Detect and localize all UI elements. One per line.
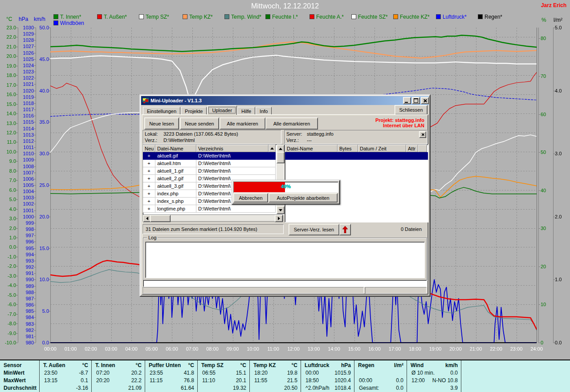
server-column-header-attr[interactable]: Attr xyxy=(406,145,418,152)
value-number: N-NO 10.8 xyxy=(432,377,458,384)
scroll-right-button[interactable] xyxy=(275,215,283,222)
server-verz-lesen-label: Server-Verz. lesen xyxy=(294,227,334,232)
toolbar-button-neue-senden[interactable]: Neue senden xyxy=(180,117,219,129)
close-button[interactable] xyxy=(421,97,429,104)
server-dir: --- xyxy=(307,137,312,143)
value-time: 23:55 xyxy=(149,370,163,376)
statusbar-panel-left xyxy=(142,287,364,294)
summary-column-puffer-unten: Puffer Unten°C23:5541.811:1576.861.64 xyxy=(145,360,198,392)
sensor-name: Luftdruck xyxy=(305,362,329,368)
legend-label: Temp KZ* xyxy=(189,14,213,20)
sort-asc-icon xyxy=(270,147,274,150)
summary-value-row: 11:1576.8 xyxy=(145,376,198,384)
maximize-button[interactable] xyxy=(412,97,420,104)
server-column-header-dateiname[interactable]: Datei-Name xyxy=(285,145,338,152)
file-neu: + xyxy=(143,198,155,205)
tab-einstellungen[interactable]: Einstellungen xyxy=(143,107,180,115)
vscroll-thumb[interactable] xyxy=(277,152,285,163)
server-verz-lesen-button[interactable]: Server-Verz. lesen xyxy=(289,224,339,235)
summary-column-header: LuftdruckhPa xyxy=(301,361,354,369)
page-title: Mittwoch, 12.12.2012 xyxy=(0,2,570,10)
value-time: Ø 10 min. xyxy=(411,370,435,376)
summary-value-row: 21.09 xyxy=(92,384,145,392)
scroll-down-button[interactable] xyxy=(277,206,285,214)
abbrechen-label: Abbrechen xyxy=(239,195,262,201)
file-dir: D:\Wetter\html\ xyxy=(196,152,276,160)
server-panel-close-button[interactable] xyxy=(419,131,426,138)
sensor-unit: l/m² xyxy=(394,362,403,368)
legend-label: Feuchte A.* xyxy=(316,14,344,20)
abbrechen-button[interactable]: Abbrechen xyxy=(233,193,268,202)
file-row[interactable]: +aktuell_1.gifD:\Wetter\html\ xyxy=(143,167,276,175)
value-number: 21.09 xyxy=(128,385,142,391)
summary-value-row: 12:00N-NO 10.8 xyxy=(407,376,461,384)
tab-projekte[interactable]: Projekte xyxy=(181,107,207,115)
schliessen-label: Schliessen xyxy=(399,107,423,113)
weather-app: { "header": {"title": "Mittwoch, 12.12.2… xyxy=(0,0,570,392)
column-header-dateiname[interactable]: Datei-Name xyxy=(155,145,196,152)
tab-uploader[interactable]: Uploader xyxy=(207,105,237,115)
value-time: ^2.0hPa/h xyxy=(305,385,330,391)
autoprojekte-label: AutoProjekte abarbeiten xyxy=(277,195,329,201)
sensor-unit: °C xyxy=(292,362,297,368)
summary-column-header: T. Innen°C xyxy=(92,361,145,369)
window-titlebar[interactable]: Mini-Uploader - V1.1.3 xyxy=(141,96,429,105)
toolbar-button-alle-demarkieren[interactable]: Alle demarkieren xyxy=(265,117,318,129)
column-header-verzeichnis[interactable]: Verzeichnis xyxy=(196,145,269,152)
sensor-unit: km/h xyxy=(445,362,458,368)
summary-value-row: 11:1020.1 xyxy=(198,376,250,384)
upload-button[interactable] xyxy=(339,224,351,235)
toolbar-button-neue-lesen[interactable]: Neue lesen xyxy=(144,117,179,129)
summary-value-row: 20.50 xyxy=(250,384,301,392)
value-number: -8.7 xyxy=(79,370,88,376)
file-row[interactable]: +aktuell.htmD:\Wetter\html\ xyxy=(143,160,276,167)
file-neu: + xyxy=(143,160,155,167)
summary-value-row: Gesamt:0.0 xyxy=(354,384,407,392)
legend-swatch-icon xyxy=(351,14,356,19)
sensor-name: T. Außen xyxy=(43,362,65,368)
file-row[interactable]: +aktuell.gifD:\Wetter\html\ xyxy=(143,152,276,160)
schliessen-button[interactable]: Schliessen xyxy=(395,105,428,115)
maximize-icon xyxy=(414,98,418,103)
file-row[interactable]: +longtime.phpD:\Wetter\html\ xyxy=(143,205,276,213)
sensor-unit: °C xyxy=(188,362,194,368)
tab-info[interactable]: Info xyxy=(256,107,272,115)
column-header-neu[interactable]: Neu xyxy=(143,145,155,152)
minimize-button[interactable] xyxy=(403,97,411,104)
sensor-unit: hPa xyxy=(341,362,351,368)
tab-hilfe[interactable]: Hilfe xyxy=(237,107,255,115)
legend-swatch-icon xyxy=(393,14,398,19)
red-up-arrow-icon xyxy=(342,226,348,233)
value-number: 15.1 xyxy=(236,370,246,376)
legend-label: Regen* xyxy=(484,14,502,20)
upload-progress-window: 49% Abbrechen AutoProjekte abarbeiten xyxy=(232,180,340,205)
server-grid-selected-row[interactable] xyxy=(285,152,428,160)
log-output[interactable] xyxy=(145,242,425,278)
value-time: 11:10 xyxy=(201,377,215,384)
value-number: 20.2 xyxy=(131,370,142,376)
autoprojekte-button[interactable]: AutoProjekte abarbeiten xyxy=(269,193,338,202)
file-dir: D:\Wetter\html\ xyxy=(196,167,276,175)
legend-item-temp-wind-: Temp. Wind* xyxy=(224,14,261,20)
axis-unit-kmh: km/h xyxy=(34,16,45,22)
value-number: 41.8 xyxy=(184,370,194,376)
value-number: 1015.9 xyxy=(334,370,351,376)
toolbar-button-alle-markieren[interactable]: Alle markieren xyxy=(220,117,265,129)
value-number: 20.1 xyxy=(236,377,246,384)
server-column-header-datumzeit[interactable]: Datum / Zeit xyxy=(358,145,406,152)
legend-item-temp-kz-: Temp KZ* xyxy=(183,14,213,20)
sensor-name: T. Innen xyxy=(95,362,115,368)
hscroll-thumb[interactable] xyxy=(150,215,171,222)
summary-column-header: Temp KZ°C xyxy=(250,361,301,369)
legend-item-regen-: Regen* xyxy=(478,14,502,20)
legend-label: Feuchte I.* xyxy=(272,14,298,20)
sort-ascending-button[interactable] xyxy=(269,145,276,152)
summary-value-row: 23:5541.8 xyxy=(145,369,198,376)
summary-row-label: MinWert xyxy=(0,369,39,376)
upload-progress-bar: 49% xyxy=(233,182,338,193)
local-grid-hscrollbar[interactable] xyxy=(142,214,283,222)
value-time: 13:15 xyxy=(43,377,57,384)
server-column-header-bytes[interactable]: Bytes xyxy=(338,145,358,152)
close-icon xyxy=(423,99,427,103)
axis-unit-hpa: hPa xyxy=(19,16,28,22)
